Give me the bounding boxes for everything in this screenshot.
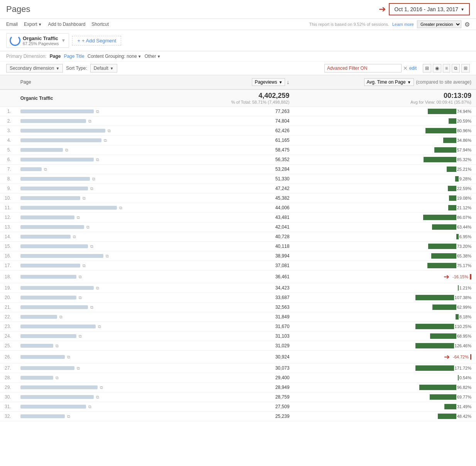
external-link-icon[interactable]: ⧉: [108, 128, 111, 133]
view-compare-icon-button[interactable]: ⧉: [452, 64, 460, 72]
pageviews-cell: 30,924: [189, 351, 294, 363]
pageviews-cell: 58,475: [189, 145, 294, 155]
view-data-icon-button[interactable]: ⊞: [423, 64, 431, 72]
row-number: 24.: [0, 331, 16, 341]
external-link-icon[interactable]: ⧉: [59, 315, 62, 320]
view-pie-icon-button[interactable]: ◉: [433, 64, 441, 72]
bar-cell: 62.99%: [294, 303, 476, 312]
external-link-icon[interactable]: ⧉: [92, 177, 95, 182]
bar-cell: 0.54%: [294, 373, 476, 383]
page-cell: ⧉: [16, 155, 189, 165]
bar-positive: [415, 343, 454, 348]
external-link-icon[interactable]: ⧉: [79, 295, 82, 300]
bar-positive: [419, 385, 456, 390]
add-segment-button[interactable]: + + Add Segment: [72, 36, 121, 45]
external-link-icon[interactable]: ⧉: [83, 263, 86, 268]
add-to-dashboard-link[interactable]: Add to Dashboard: [48, 22, 86, 27]
external-link-icon[interactable]: ⧉: [90, 186, 93, 191]
external-link-icon[interactable]: ⧉: [77, 215, 80, 220]
external-link-icon[interactable]: ⧉: [96, 286, 99, 291]
bar-cell: 1.21%: [294, 283, 476, 293]
external-link-icon[interactable]: ⧉: [79, 334, 82, 339]
sort-default-button[interactable]: Default ▼: [90, 64, 117, 72]
bar-positive: [415, 365, 454, 371]
row-number: 26.: [0, 351, 16, 363]
external-link-icon[interactable]: ⧉: [106, 254, 109, 259]
external-link-icon[interactable]: ⧉: [83, 196, 86, 201]
external-link-icon[interactable]: ⧉: [67, 355, 70, 360]
external-link-icon[interactable]: ⧉: [65, 148, 68, 153]
view-pivot-icon-button[interactable]: ⊞: [461, 64, 470, 72]
external-link-icon[interactable]: ⧉: [88, 119, 91, 124]
external-link-icon[interactable]: ⧉: [90, 305, 93, 310]
external-link-icon[interactable]: ⧉: [56, 343, 59, 348]
external-link-icon[interactable]: ⧉: [96, 157, 99, 162]
email-link[interactable]: Email: [6, 22, 18, 27]
page-url-blur: [20, 129, 105, 133]
external-link-icon[interactable]: ⧉: [104, 138, 107, 143]
pageviews-cell: 42,041: [189, 222, 294, 232]
page-cell: ⧉: [16, 312, 189, 322]
secondary-dimension-button[interactable]: Secondary dimension ▼: [6, 64, 63, 72]
dim-page-link[interactable]: Page: [50, 54, 61, 59]
page-url-blur: [20, 376, 53, 380]
external-link-icon[interactable]: ⧉: [119, 205, 122, 210]
bar-label: 80.96%: [457, 128, 471, 133]
learn-more-link[interactable]: Learn more: [392, 22, 414, 27]
export-button[interactable]: Export▼: [24, 22, 42, 27]
row-number: 28.: [0, 373, 16, 383]
content-grouping-dropdown[interactable]: Content Grouping: none ▼: [88, 54, 142, 59]
bar-label: 73.20%: [457, 244, 471, 249]
avg-time-dropdown-button[interactable]: Avg. Time on Page ▼: [364, 78, 414, 86]
bar-cell: 48.42%: [294, 412, 476, 421]
external-link-icon[interactable]: ⧉: [88, 404, 91, 409]
view-list-icon-button[interactable]: ≡: [443, 64, 450, 72]
row-number: 32.: [0, 412, 16, 421]
bar-positive: [448, 205, 456, 210]
page-url-blur: [20, 355, 65, 359]
dim-page-title-link[interactable]: Page Title: [64, 54, 84, 59]
shortcut-link[interactable]: Shortcut: [91, 22, 109, 27]
filter-edit-link[interactable]: edit: [409, 66, 417, 71]
external-link-icon[interactable]: ⧉: [98, 324, 101, 329]
external-link-icon[interactable]: ⧉: [90, 244, 93, 249]
page-cell: ⧉: [16, 412, 189, 421]
external-link-icon[interactable]: ⧉: [77, 366, 80, 371]
external-link-icon[interactable]: ⧉: [67, 414, 70, 419]
pageviews-cell: 77,263: [189, 107, 294, 116]
external-link-icon[interactable]: ⧉: [79, 274, 82, 279]
external-link-icon[interactable]: ⧉: [44, 167, 47, 172]
page-url-blur: [20, 344, 53, 348]
table-row: 6.⧉56,35285.32%: [0, 155, 476, 165]
precision-select[interactable]: Greater precision: [417, 20, 461, 28]
advanced-filter-input[interactable]: [324, 64, 402, 72]
organic-traffic-segment[interactable]: Organic Traffic 67.25% Pageviews ▼: [6, 33, 69, 48]
external-link-icon[interactable]: ⧉: [73, 234, 76, 239]
settings-icon[interactable]: ⚙: [464, 21, 470, 28]
row-number: 27.: [0, 363, 16, 373]
external-link-icon[interactable]: ⧉: [100, 385, 103, 390]
other-dropdown[interactable]: Other ▼: [145, 54, 161, 59]
page-url-blur: [20, 385, 98, 389]
external-link-icon[interactable]: ⧉: [96, 395, 99, 400]
bar-label: 75.17%: [457, 263, 471, 268]
chevron-down-icon: ▼: [157, 54, 161, 59]
row-number: 8.: [0, 174, 16, 184]
external-link-icon[interactable]: ⧉: [96, 109, 99, 114]
bar-cell: 68.95%: [294, 331, 476, 341]
date-range-picker[interactable]: Oct 1, 2016 - Jan 13, 2017 ▼: [389, 3, 470, 15]
external-link-icon[interactable]: ⧉: [56, 375, 59, 380]
pageviews-cell: 45,382: [189, 193, 294, 203]
table-row: 15.⧉40,11873.20%: [0, 242, 476, 251]
bar-negative: [470, 274, 471, 279]
external-link-icon[interactable]: ⧉: [86, 225, 89, 230]
col-pageviews-header[interactable]: Pageviews ▼ ↓: [189, 75, 294, 89]
bar-cell: 21.12%: [294, 203, 476, 213]
bar-positive: [456, 234, 459, 239]
bar-positive: [432, 224, 456, 230]
row-number: 20.: [0, 293, 16, 303]
page-cell: ⧉: [16, 251, 189, 261]
page-url-blur: [20, 138, 101, 142]
filter-clear-icon[interactable]: ✕: [403, 65, 408, 71]
pageviews-dropdown-button[interactable]: Pageviews ▼: [252, 78, 285, 86]
